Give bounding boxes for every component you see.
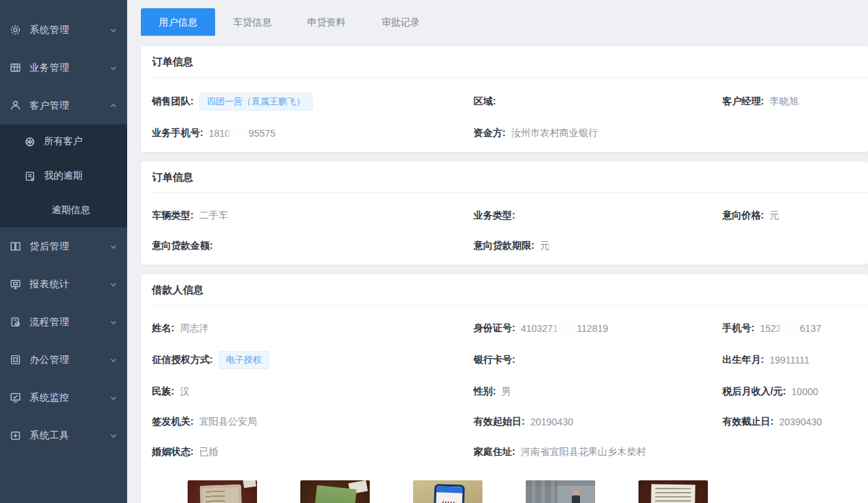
borrower-info-card: 借款人信息 姓名: 周志洋 身份证号: 4103271112819 手机号: 1… — [141, 274, 868, 503]
field-label: 身份证号: — [474, 322, 515, 335]
field-birth-date: 出生年月: 19911111 — [722, 351, 868, 369]
office-icon — [10, 354, 21, 366]
chevron-up-icon — [109, 102, 118, 110]
chevron-down-icon — [109, 432, 118, 440]
paper-doc-photo[interactable] — [638, 480, 708, 503]
field-label: 出生年月: — [722, 354, 764, 366]
field-value: 李晓旭 — [770, 96, 799, 108]
sidebar-item-system-management[interactable]: 系统管理 — [0, 11, 127, 49]
field-value: 20390430 — [779, 416, 822, 427]
field-monthly-income: 税后月收入/元: 10000 — [722, 384, 868, 399]
field-value: 汉 — [180, 385, 190, 398]
sidebar-item-label: 贷后管理 — [30, 241, 109, 253]
sidebar-item-label: 业务管理 — [30, 62, 109, 74]
redaction-blur — [558, 324, 577, 334]
sidebar-item-label: 客户管理 — [30, 100, 109, 112]
chevron-down-icon — [109, 318, 118, 326]
field-label: 意向贷款期限: — [474, 240, 535, 252]
sidebar-item-system-tools[interactable]: 系统工具 — [0, 416, 127, 454]
phone-qr-photo[interactable] — [413, 480, 482, 503]
field-business-type: 业务类型: — [474, 208, 722, 223]
field-customer-manager: 客户经理: 李晓旭 — [722, 93, 868, 111]
sidebar-item-label: 逾期信息 — [52, 204, 90, 216]
monitor-check-icon — [10, 392, 21, 403]
tab-car-loan-info[interactable]: 车贷信息 — [215, 8, 289, 36]
card-title: 订单信息 — [152, 171, 868, 192]
field-value: 15236137 — [760, 323, 821, 334]
field-label: 有效起始日: — [474, 416, 525, 428]
field-name: 姓名: 周志洋 — [152, 321, 474, 336]
sidebar-item-system-monitor[interactable]: 系统监控 — [0, 379, 127, 416]
field-bank-card: 银行卡号: — [474, 351, 722, 369]
field-label: 家庭住址: — [474, 446, 515, 458]
monitor-icon — [10, 278, 21, 290]
field-label: 车辆类型: — [152, 210, 194, 222]
sidebar-item-label: 系统管理 — [30, 24, 109, 36]
sidebar-item-label: 办公管理 — [30, 354, 109, 366]
green-book-photo[interactable] — [300, 480, 370, 503]
divider — [152, 77, 868, 78]
photo-item: 授权截图 — [413, 480, 482, 503]
field-label: 资金方: — [474, 127, 506, 139]
sidebar-item-postloan-management[interactable]: 贷后管理 — [0, 227, 127, 265]
gear-icon — [10, 24, 21, 36]
field-value: 宜阳县公安局 — [199, 416, 257, 428]
book-icon — [10, 241, 21, 252]
divider — [152, 192, 868, 193]
sidebar-item-office-management[interactable]: 办公管理 — [0, 341, 127, 379]
sidebar-item-all-customers[interactable]: 所有客户 — [0, 124, 127, 159]
sidebar-item-label: 系统监控 — [30, 392, 109, 404]
wheel-icon — [24, 136, 36, 148]
sidebar-item-customer-management[interactable]: 客户管理 — [0, 87, 127, 124]
order-info-card-2: 订单信息 车辆类型: 二手车 业务类型: 意向价格: 元 意向贷款金额: 意向贷… — [141, 161, 868, 265]
field-value: 181095575 — [209, 128, 276, 139]
field-value: 10000 — [792, 386, 819, 397]
field-value: 20190430 — [531, 416, 573, 427]
sidebar-item-my-overdue[interactable]: 我的逾期 — [0, 159, 127, 193]
field-value: 已婚 — [199, 446, 219, 458]
grid-icon — [10, 62, 21, 74]
field-funder: 资金方: 汝州市农村商业银行 — [474, 126, 722, 141]
field-value: 河南省宜阳县花果山乡木柴村 — [521, 446, 646, 458]
photo-item: 身份证 — [188, 480, 257, 503]
field-label: 手机号: — [722, 322, 755, 335]
sidebar-item-report-statistics[interactable]: 报表统计 — [0, 265, 127, 303]
chevron-down-icon — [109, 356, 118, 364]
field-sales-team: 销售团队: 四团一营（直属王鹏飞） — [152, 93, 474, 111]
field-label: 业务类型: — [474, 210, 515, 222]
chevron-down-icon — [109, 64, 118, 72]
field-intent-loan-term: 意向贷款期限: 元 — [474, 238, 722, 254]
field-value: 汝州市农村商业银行 — [511, 127, 598, 139]
field-value: 二手车 — [199, 210, 228, 222]
field-credit-auth-method: 征信授权方式: 电子授权 — [152, 351, 474, 369]
credit-auth-tag[interactable]: 电子授权 — [219, 351, 269, 369]
sidebar-item-process-management[interactable]: 流程管理 — [0, 303, 127, 341]
id-card-photo[interactable] — [188, 480, 257, 503]
tab-user-info[interactable]: 用户信息 — [141, 8, 215, 36]
customer-management-submenu: 所有客户 我的逾期 逾期信息 — [0, 124, 127, 227]
field-value: 男 — [502, 385, 511, 398]
field-label: 区域: — [474, 96, 496, 108]
field-label: 民族: — [152, 385, 175, 398]
car-person-photo[interactable] — [526, 480, 595, 503]
field-gender: 性别: 男 — [474, 384, 722, 399]
chevron-down-icon — [109, 394, 118, 402]
sales-team-tag[interactable]: 四团一营（直属王鹏飞） — [199, 93, 313, 111]
tab-loan-application-docs[interactable]: 申贷资料 — [289, 8, 364, 36]
field-label: 客户经理: — [722, 96, 764, 108]
divider — [152, 305, 868, 306]
field-label: 业务手机号: — [152, 127, 203, 139]
field-region: 区域: — [474, 93, 722, 111]
photo-thumbnails-row: 身份证 证件资料页 授权截图 — [152, 480, 868, 503]
tab-approval-records[interactable]: 审批记录 — [364, 8, 438, 36]
field-issuing-authority: 签发机关: 宜阳县公安局 — [152, 414, 474, 429]
sidebar-item-business-management[interactable]: 业务管理 — [0, 49, 127, 87]
sidebar-item-overdue-info[interactable]: 逾期信息 — [0, 193, 127, 227]
field-label: 银行卡号: — [474, 354, 515, 366]
field-label: 意向价格: — [722, 210, 764, 222]
field-valid-to: 有效截止日: 20390430 — [722, 414, 868, 429]
field-label: 性别: — [474, 385, 496, 398]
toolbox-icon — [10, 429, 21, 441]
field-marital-status: 婚姻状态: 已婚 — [152, 445, 474, 460]
field-vehicle-type: 车辆类型: 二手车 — [152, 208, 474, 223]
